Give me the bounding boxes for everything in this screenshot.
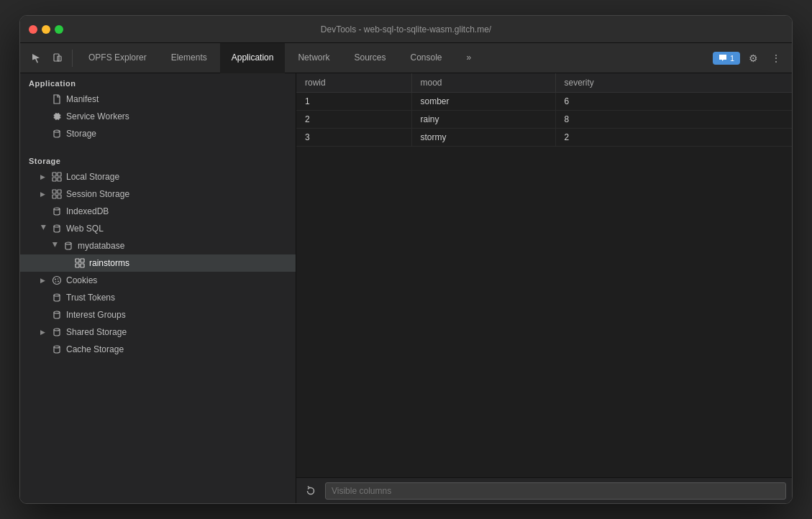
devtools-window: DevTools - web-sql-to-sqlite-wasm.glitch…: [19, 15, 793, 504]
sidebar-label-interest-groups: Interest Groups: [66, 310, 126, 320]
refresh-button[interactable]: [302, 482, 319, 500]
tab-application[interactable]: Application: [220, 43, 286, 73]
cell-mood: somber: [411, 93, 555, 111]
table-row[interactable]: 2rainy8: [296, 111, 792, 129]
titlebar: DevTools - web-sql-to-sqlite-wasm.glitch…: [20, 16, 792, 43]
svg-point-22: [58, 281, 59, 283]
sidebar-item-manifest[interactable]: ▶ Manifest: [20, 91, 296, 108]
cell-rowid: 2: [296, 111, 411, 129]
sidebar-label-cache-storage: Cache Storage: [66, 344, 124, 354]
sidebar-item-storage-app[interactable]: ▶ Storage: [20, 125, 296, 142]
grid-icon: [52, 172, 62, 182]
tab-console[interactable]: Console: [399, 43, 454, 73]
svg-rect-3: [53, 173, 56, 176]
cursor-icon: [31, 53, 41, 63]
cylinder-icon: [52, 206, 62, 216]
storage-section-title: Storage: [20, 151, 296, 168]
cell-mood: rainy: [411, 111, 555, 129]
content-panel: rowid mood severity 1somber62rainy83stor…: [296, 73, 792, 503]
tab-more[interactable]: »: [455, 43, 483, 73]
tab-network[interactable]: Network: [286, 43, 341, 73]
grid-icon: [52, 189, 62, 199]
sidebar-item-mydatabase[interactable]: ▶ mydatabase: [20, 237, 296, 254]
svg-point-11: [54, 208, 60, 210]
svg-point-12: [54, 225, 60, 227]
sidebar-item-web-sql[interactable]: ▶ Web SQL: [20, 220, 296, 237]
divider: [72, 50, 73, 67]
visible-columns-input[interactable]: [325, 482, 786, 500]
arrow-cookies: ▶: [40, 277, 47, 284]
svg-rect-4: [58, 173, 61, 176]
cell-rowid: 1: [296, 93, 411, 111]
more-icon: ⋮: [771, 52, 781, 64]
svg-rect-14: [76, 259, 79, 262]
sidebar-item-cookies[interactable]: ▶ Cookies: [20, 272, 296, 289]
sidebar-item-service-workers[interactable]: ▶ Service Workers: [20, 108, 296, 125]
sidebar-label-service-workers: Service Workers: [66, 111, 129, 121]
tab-opfs[interactable]: OPFS Explorer: [77, 43, 158, 73]
tab-sources[interactable]: Sources: [342, 43, 397, 73]
table-row[interactable]: 1somber6: [296, 93, 792, 111]
minimize-button[interactable]: [42, 25, 50, 34]
cell-severity: 2: [555, 129, 792, 147]
window-title: DevTools - web-sql-to-sqlite-wasm.glitch…: [321, 24, 491, 35]
sidebar-item-trust-tokens[interactable]: ▶ Trust Tokens: [20, 289, 296, 306]
sidebar-item-interest-groups[interactable]: ▶ Interest Groups: [20, 306, 296, 323]
settings-icon: ⚙: [749, 52, 758, 64]
sidebar-item-session-storage[interactable]: ▶ Session Storage: [20, 185, 296, 203]
maximize-button[interactable]: [55, 25, 63, 34]
sidebar-label-local-storage: Local Storage: [66, 172, 119, 182]
arrow-mydatabase: ▶: [52, 242, 59, 249]
sidebar-item-rainstorms[interactable]: ▶ rainstorms: [20, 254, 296, 272]
tab-elements[interactable]: Elements: [160, 43, 219, 73]
sidebar-item-local-storage[interactable]: ▶ Local Storage: [20, 168, 296, 185]
col-header-rowid[interactable]: rowid: [296, 73, 411, 93]
svg-rect-7: [53, 190, 56, 193]
traffic-lights: [29, 25, 63, 34]
svg-point-2: [54, 130, 60, 132]
close-button[interactable]: [29, 25, 37, 34]
grid-icon: [75, 258, 85, 268]
cylinder-icon: [52, 224, 62, 234]
device-icon: [53, 53, 63, 63]
device-icon-btn[interactable]: [47, 48, 68, 68]
cylinder-icon: [52, 344, 62, 354]
cell-severity: 6: [555, 93, 792, 111]
svg-point-13: [65, 242, 71, 244]
arrow-web-sql: ▶: [40, 225, 47, 232]
notification-button[interactable]: 1: [713, 52, 740, 65]
cursor-icon-btn[interactable]: [26, 48, 46, 68]
cylinder-icon: [52, 293, 62, 303]
sidebar-label-web-sql: Web SQL: [66, 224, 104, 234]
sidebar-item-shared-storage[interactable]: ▶ Shared Storage: [20, 323, 296, 341]
data-table: rowid mood severity 1somber62rainy83stor…: [296, 73, 792, 147]
arrow-local-storage: ▶: [40, 173, 47, 180]
cell-rowid: 3: [296, 129, 411, 147]
main-content: Application ▶ Manifest ▶ Service Workers…: [20, 73, 792, 503]
svg-point-25: [54, 329, 60, 331]
sidebar-label-manifest: Manifest: [66, 94, 99, 104]
bottom-bar: [296, 477, 792, 503]
cell-severity: 8: [555, 111, 792, 129]
svg-point-19: [55, 279, 56, 280]
svg-rect-5: [53, 178, 56, 181]
refresh-icon: [306, 486, 316, 496]
gear-icon: [52, 111, 62, 121]
col-header-severity[interactable]: severity: [555, 73, 792, 93]
svg-rect-10: [58, 195, 61, 198]
settings-button[interactable]: ⚙: [743, 48, 763, 68]
svg-rect-15: [81, 259, 84, 262]
sidebar-item-cache-storage[interactable]: ▶ Cache Storage: [20, 341, 296, 358]
sidebar-item-indexeddb[interactable]: ▶ IndexedDB: [20, 203, 296, 220]
table-row[interactable]: 3stormy2: [296, 129, 792, 147]
sidebar-label-mydatabase: mydatabase: [78, 241, 124, 251]
col-header-mood[interactable]: mood: [411, 73, 555, 93]
arrow-session-storage: ▶: [40, 190, 47, 198]
svg-point-21: [55, 281, 57, 283]
chat-icon: [719, 54, 727, 63]
svg-rect-17: [81, 264, 84, 267]
sidebar-label-trust-tokens: Trust Tokens: [66, 293, 115, 303]
more-options-button[interactable]: ⋮: [766, 48, 786, 68]
sidebar: Application ▶ Manifest ▶ Service Workers…: [20, 73, 296, 503]
toolbar-right: 1 ⚙ ⋮: [713, 48, 786, 68]
